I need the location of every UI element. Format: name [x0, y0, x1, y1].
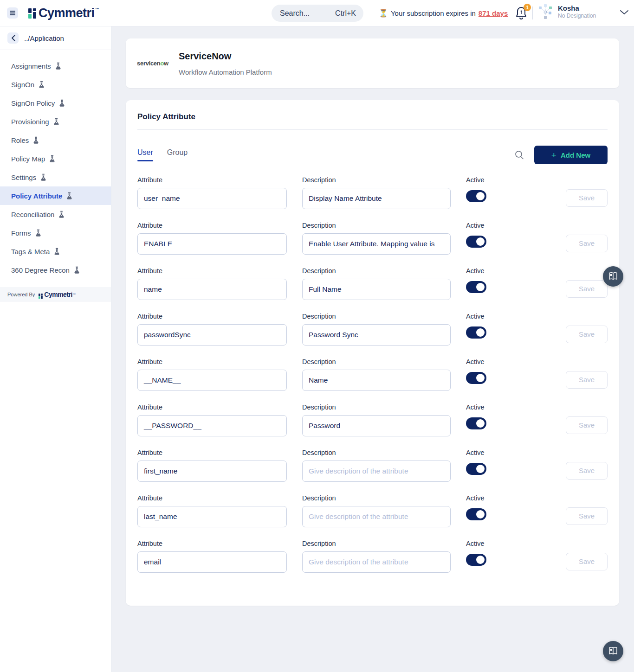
- flask-icon: [49, 155, 56, 162]
- chevron-down-icon[interactable]: [620, 10, 628, 15]
- sidebar-item-policy-map[interactable]: Policy Map: [0, 149, 111, 168]
- open-book-icon: [608, 646, 618, 656]
- docs-fab-top[interactable]: [603, 266, 623, 287]
- brand-name: Cymmetri: [39, 7, 95, 19]
- attribute-label: Attribute: [137, 358, 287, 365]
- attribute-label: Attribute: [137, 540, 287, 547]
- save-button[interactable]: Save: [566, 280, 608, 298]
- sidebar-item-tags-meta[interactable]: Tags & Meta: [0, 242, 111, 261]
- attribute-input[interactable]: name: [137, 279, 287, 300]
- flask-icon: [73, 266, 80, 274]
- sidebar-item-forms[interactable]: Forms: [0, 224, 111, 242]
- description-label: Description: [302, 449, 451, 456]
- top-header: Cymmetri ™ Search... Ctrl+K ⏳ Your subsc…: [0, 0, 634, 26]
- description-input[interactable]: Password: [302, 415, 451, 436]
- sidebar-item-reconciliation[interactable]: Reconciliation: [0, 205, 111, 224]
- subscription-text: Your subscription expires in: [391, 9, 476, 17]
- sidebar-item-settings[interactable]: Settings: [0, 168, 111, 186]
- flask-icon: [58, 99, 65, 107]
- save-button[interactable]: Save: [566, 371, 608, 389]
- brand-trademark: ™: [95, 7, 99, 12]
- back-button[interactable]: [7, 32, 19, 44]
- notification-badge: 1: [524, 4, 531, 11]
- save-button[interactable]: Save: [566, 462, 608, 480]
- sidebar-item-assignments[interactable]: Assignments: [0, 57, 111, 75]
- active-label: Active: [466, 449, 550, 456]
- notification-bell-button[interactable]: 1: [514, 6, 530, 21]
- active-toggle[interactable]: [466, 281, 486, 293]
- docs-fab-bottom[interactable]: [603, 641, 623, 661]
- description-input[interactable]: Full Name: [302, 279, 451, 300]
- save-button[interactable]: Save: [566, 326, 608, 343]
- cymmetri-logo: Cymmetri ™: [28, 7, 99, 19]
- attribute-row: Attribute last_name Description Give des…: [137, 494, 608, 527]
- save-button[interactable]: Save: [566, 507, 608, 525]
- add-new-button[interactable]: + Add New: [534, 146, 608, 164]
- description-input[interactable]: Give description of the attribute: [302, 506, 451, 527]
- save-button[interactable]: Save: [566, 189, 608, 207]
- active-toggle[interactable]: [466, 463, 486, 475]
- hourglass-icon: ⏳: [379, 9, 388, 18]
- active-label: Active: [466, 267, 550, 275]
- tab-user[interactable]: User: [137, 148, 153, 161]
- cymmetri-logo-mark-icon: [28, 8, 37, 19]
- attribute-input[interactable]: last_name: [137, 506, 287, 527]
- description-input[interactable]: Name: [302, 370, 451, 391]
- save-button[interactable]: Save: [566, 235, 608, 252]
- tab-group[interactable]: Group: [167, 148, 188, 161]
- active-toggle[interactable]: [466, 417, 486, 429]
- sidebar-item-360-degree-recon[interactable]: 360 Degree Recon: [0, 261, 111, 279]
- attribute-label: Attribute: [137, 222, 287, 229]
- attribute-row: Attribute email Description Give descrip…: [137, 540, 608, 573]
- description-input[interactable]: Give description of the attribute: [302, 461, 451, 482]
- attribute-input[interactable]: user_name: [137, 188, 287, 209]
- attribute-input[interactable]: __NAME__: [137, 370, 287, 391]
- active-toggle[interactable]: [466, 326, 486, 339]
- flask-icon: [53, 248, 60, 255]
- user-menu[interactable]: Kosha No Designation: [537, 3, 628, 20]
- save-button[interactable]: Save: [566, 553, 608, 570]
- sidebar-item-signon[interactable]: SignOn: [0, 75, 111, 94]
- servicenow-logo: servicenow: [138, 60, 168, 67]
- search-input[interactable]: Search... Ctrl+K: [272, 5, 363, 22]
- subscription-days-link[interactable]: 871 days: [479, 9, 508, 17]
- description-input[interactable]: Enable User Attribute. Mapping value is: [302, 233, 451, 255]
- sidebar-item-roles[interactable]: Roles: [0, 131, 111, 149]
- user-name: Kosha: [558, 4, 596, 13]
- flask-icon: [35, 229, 42, 237]
- sidebar-item-signon-policy[interactable]: SignOn Policy: [0, 94, 111, 112]
- active-label: Active: [466, 176, 550, 184]
- flask-icon: [55, 62, 62, 70]
- description-label: Description: [302, 267, 451, 275]
- open-book-icon: [608, 272, 618, 281]
- active-label: Active: [466, 222, 550, 229]
- active-toggle[interactable]: [466, 554, 486, 566]
- attribute-label: Attribute: [137, 449, 287, 456]
- sidebar: ../Application Assignments SignOn SignOn…: [0, 26, 111, 672]
- description-input[interactable]: Display Name Attribute: [302, 188, 451, 209]
- active-toggle[interactable]: [466, 508, 486, 520]
- attribute-input[interactable]: __PASSWORD__: [137, 415, 287, 436]
- active-toggle[interactable]: [466, 372, 486, 384]
- attribute-input[interactable]: ENABLE: [137, 233, 287, 255]
- description-input[interactable]: Password Sync: [302, 324, 451, 346]
- active-toggle[interactable]: [466, 236, 486, 248]
- search-icon: [515, 150, 524, 160]
- search-button[interactable]: [515, 150, 524, 160]
- description-input[interactable]: Give description of the attribute: [302, 551, 451, 573]
- flask-icon: [32, 136, 39, 144]
- cymmetri-logo-mark-icon: [39, 293, 41, 296]
- attribute-input[interactable]: email: [137, 551, 287, 573]
- description-label: Description: [302, 222, 451, 229]
- active-label: Active: [466, 540, 550, 547]
- save-button[interactable]: Save: [566, 416, 608, 434]
- active-toggle[interactable]: [466, 190, 486, 202]
- attribute-input[interactable]: first_name: [137, 461, 287, 482]
- attribute-input[interactable]: passwordSync: [137, 324, 287, 346]
- app-title: ServiceNow: [179, 51, 272, 62]
- sidebar-item-provisioning[interactable]: Provisioning: [0, 112, 111, 131]
- active-label: Active: [466, 494, 550, 502]
- hamburger-menu-icon[interactable]: [7, 7, 18, 19]
- powered-by-strip: Powered By Cymmetri ™: [0, 288, 111, 301]
- sidebar-item-policy-attribute[interactable]: Policy Attribute: [0, 186, 111, 205]
